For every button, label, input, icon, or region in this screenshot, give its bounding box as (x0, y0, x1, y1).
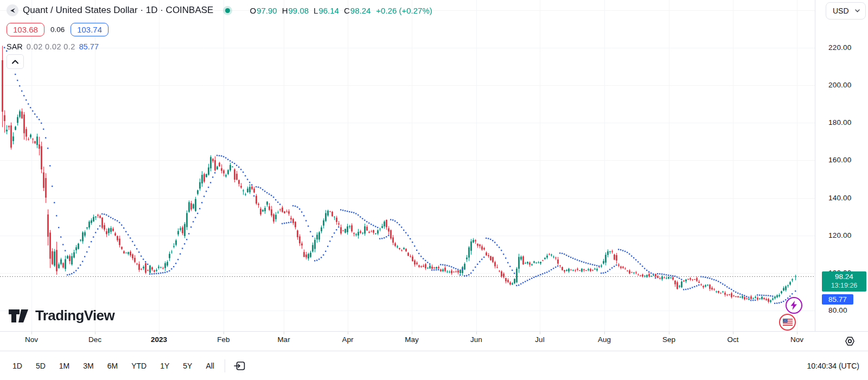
time-axis-label: Jul (535, 335, 544, 344)
time-axis-tick (159, 332, 159, 334)
time-axis-tick (797, 332, 797, 334)
calendar-arrow-icon (234, 360, 246, 372)
time-axis-tick (284, 332, 284, 334)
bid-ask-row: 103.68 0.06 103.74 (7, 22, 432, 37)
chart-legend: Quant / United States Dollar · 1D · COIN… (7, 3, 432, 51)
range-button-1m[interactable]: 1M (54, 358, 74, 373)
high-value: 99.08 (289, 6, 309, 15)
indicator-name: SAR (7, 42, 23, 51)
tradingview-logo-text: TradingView (35, 307, 114, 324)
price-axis-label: 80.00 (828, 306, 847, 314)
time-axis-tick (95, 332, 95, 334)
axis-settings-gear-icon[interactable] (844, 335, 856, 349)
price-axis-label: 120.00 (828, 231, 852, 239)
time-axis-label: Apr (342, 335, 353, 344)
range-button-1y[interactable]: 1Y (155, 358, 174, 373)
lightning-event-icon[interactable] (786, 297, 802, 314)
collapse-legend-button[interactable] (7, 54, 24, 69)
time-axis-label: Dec (88, 335, 101, 344)
change-value: +0.26 (+0.27%) (376, 6, 432, 15)
open-value: 97.90 (257, 6, 277, 15)
currency-label: USD (833, 7, 849, 15)
time-axis[interactable]: NovDec2023FebMarAprMayJunJulAugSepOctNov (0, 331, 868, 351)
time-axis-label: 2023 (151, 335, 167, 344)
price-axis-label: 200.00 (828, 81, 852, 89)
price-axis-label: 160.00 (828, 156, 852, 164)
session-clock[interactable]: 10:40:34 (UTC) (807, 362, 860, 370)
time-axis-label: Nov (25, 335, 38, 344)
quant-symbol-icon (7, 4, 18, 16)
time-axis-tick (476, 332, 477, 334)
time-axis-label: Feb (217, 335, 229, 344)
range-button-5y[interactable]: 5Y (178, 358, 197, 373)
price-axis-label: 180.00 (828, 118, 852, 126)
close-value: 98.24 (350, 6, 371, 15)
sar-value-tag: 85.77 (822, 294, 853, 305)
range-button-ytd[interactable]: YTD (126, 358, 151, 373)
time-axis-tick (348, 332, 348, 334)
time-axis-label: Nov (790, 335, 803, 344)
last-price-tag: 98.24 13:19:26 (822, 271, 866, 292)
time-axis-tick (540, 332, 540, 334)
lightning-bolt-icon (790, 301, 798, 310)
bottom-toolbar: 1D5D1M3M6MYTD1Y5YAll 10:40:34 (UTC) (0, 351, 868, 380)
ohlc-values: O97.90 H99.08 L96.14 C98.24 +0.26 (+0.27… (250, 6, 432, 15)
toolbar-divider (225, 359, 225, 372)
price-axis-label: 140.00 (828, 194, 852, 202)
currency-dropdown[interactable]: USD (826, 2, 866, 20)
spread-value: 0.06 (50, 26, 65, 34)
time-axis-label: Oct (727, 335, 738, 344)
time-axis-tick (412, 332, 412, 334)
range-button-6m[interactable]: 6M (103, 358, 123, 373)
time-axis-tick (733, 332, 733, 334)
sell-button[interactable]: 103.68 (7, 23, 44, 36)
time-axis-label: Jun (470, 335, 482, 344)
tradingview-chart-window: Quant / United States Dollar · 1D · COIN… (0, 0, 868, 380)
time-axis-tick (31, 332, 32, 334)
price-axis[interactable]: 98.24 13:19:26 85.77 220.00200.00180.001… (815, 0, 868, 350)
indicator-params: 0.02 0.02 0.2 (27, 42, 75, 51)
us-flag-event-icon[interactable] (779, 314, 796, 331)
tradingview-logo[interactable]: TradingView (8, 307, 114, 324)
chevron-up-icon (11, 59, 19, 65)
time-axis-label: Mar (277, 335, 290, 344)
low-value: 96.14 (318, 6, 339, 15)
range-button-1d[interactable]: 1D (8, 358, 27, 373)
last-price-value: 98.24 (822, 272, 866, 281)
indicator-value: 85.77 (79, 42, 99, 51)
symbol-title[interactable]: Quant / United States Dollar · 1D · COIN… (23, 5, 213, 16)
time-axis-tick (604, 332, 605, 334)
tradingview-logo-icon (8, 308, 30, 324)
range-button-all[interactable]: All (201, 358, 219, 373)
symbol-row[interactable]: Quant / United States Dollar · 1D · COIN… (7, 3, 432, 17)
go-to-date-button[interactable] (231, 358, 250, 373)
price-axis-label: 220.00 (828, 43, 852, 52)
time-axis-tick (224, 332, 224, 334)
chevron-down-icon (855, 9, 860, 12)
time-axis-label: Sep (662, 335, 675, 344)
time-axis-label: May (405, 335, 419, 344)
indicator-row[interactable]: SAR 0.02 0.02 0.2 85.77 (7, 42, 432, 51)
time-axis-tick (669, 332, 669, 334)
time-axis-label: Aug (598, 335, 611, 344)
bar-countdown: 13:19:26 (822, 281, 866, 290)
buy-button[interactable]: 103.74 (71, 23, 108, 36)
range-button-3m[interactable]: 3M (78, 358, 98, 373)
market-status-dot[interactable] (225, 8, 230, 13)
us-flag-icon (783, 319, 793, 326)
range-button-5d[interactable]: 5D (31, 358, 50, 373)
